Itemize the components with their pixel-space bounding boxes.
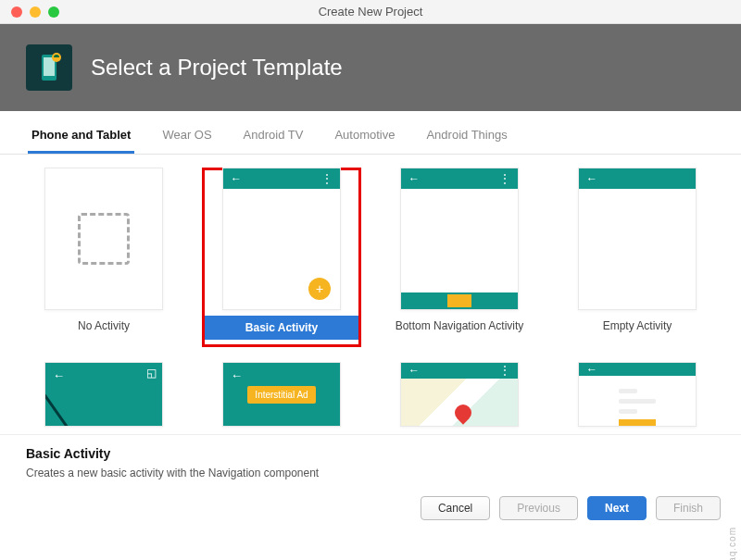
template-empty-activity[interactable]: ← Empty Activity	[558, 168, 717, 347]
overflow-menu-icon: ⋮	[321, 172, 333, 185]
template-description-panel: Basic Activity Creates a new basic activ…	[0, 434, 741, 483]
hero-banner: Select a Project Template	[0, 24, 741, 111]
thumb-appbar: ← ⋮	[223, 168, 340, 189]
template-login-activity[interactable]: ←	[558, 362, 717, 434]
tab-android-things[interactable]: Android Things	[422, 122, 510, 154]
back-arrow-icon: ←	[53, 368, 65, 382]
watermark-text: www.deuaq.com	[727, 527, 737, 560]
template-thumb: ← ⋮	[400, 362, 519, 427]
map-pin-icon	[451, 401, 474, 424]
back-arrow-icon: ←	[586, 172, 597, 185]
thumb-appbar: ← ⋮	[401, 168, 518, 189]
fab-icon: +	[308, 278, 331, 300]
back-arrow-icon: ←	[231, 172, 242, 185]
template-thumb: ← ⋮	[400, 168, 519, 310]
template-label: No Activity	[24, 319, 183, 332]
map-preview-icon	[401, 379, 518, 426]
template-admob-ads-activity[interactable]: ← Interstitial Ad	[202, 362, 361, 434]
template-thumb: ←	[578, 168, 697, 310]
previous-button[interactable]: Previous	[499, 496, 578, 520]
template-basic-activity[interactable]: ← ⋮ + Basic Activity	[202, 168, 361, 347]
template-bottom-navigation-activity[interactable]: ← ⋮ Bottom Navigation Activity	[380, 168, 539, 347]
tab-phone-and-tablet[interactable]: Phone and Tablet	[28, 122, 134, 154]
tab-automotive[interactable]: Automotive	[331, 122, 398, 154]
next-button[interactable]: Next	[587, 496, 647, 520]
android-studio-icon	[26, 44, 72, 91]
template-thumb: ← Interstitial Ad	[222, 362, 341, 427]
back-arrow-icon: ←	[586, 363, 597, 376]
thumb-appbar: ←	[579, 168, 696, 189]
back-arrow-icon: ←	[408, 364, 420, 377]
template-gallery: No Activity ← ⋮ + Basic Activity ← ⋮ Bot…	[0, 155, 741, 434]
back-arrow-icon: ←	[231, 368, 243, 382]
template-label: Basic Activity	[202, 316, 361, 340]
template-label: Bottom Navigation Activity	[380, 319, 539, 332]
finish-button[interactable]: Finish	[656, 496, 721, 520]
cancel-button[interactable]: Cancel	[421, 496, 490, 520]
template-no-activity[interactable]: No Activity	[24, 168, 183, 347]
template-thumb	[44, 168, 163, 310]
login-form-preview	[609, 376, 665, 427]
page-title: Select a Project Template	[91, 55, 343, 81]
template-thumb: ←	[578, 362, 697, 427]
tab-wear-os[interactable]: Wear OS	[158, 122, 215, 154]
diagonal-decoration	[44, 382, 122, 427]
thumb-appbar: ←	[579, 363, 696, 376]
fullscreen-icon: ◱	[146, 367, 157, 380]
bottom-nav-bar-icon	[401, 292, 518, 309]
interstitial-ad-badge: Interstitial Ad	[247, 386, 315, 404]
wizard-footer: Cancel Previous Next Finish	[0, 483, 741, 533]
template-google-maps-activity[interactable]: ← ⋮	[380, 362, 539, 434]
template-fullscreen-activity[interactable]: ← ◱	[24, 362, 183, 434]
window-titlebar: Create New Project	[0, 0, 741, 24]
description-text: Creates a new basic activity with the Na…	[26, 467, 715, 479]
template-thumb: ← ◱	[44, 362, 163, 427]
window-title: Create New Project	[0, 5, 741, 19]
template-thumb: ← ⋮ +	[222, 168, 341, 310]
back-arrow-icon: ←	[408, 172, 420, 185]
thumb-appbar: ← ⋮	[401, 363, 518, 379]
thumb-body	[401, 189, 518, 309]
template-label: Empty Activity	[558, 319, 717, 332]
empty-placeholder-icon	[78, 213, 130, 265]
description-title: Basic Activity	[26, 446, 715, 461]
category-tabs: Phone and Tablet Wear OS Android TV Auto…	[0, 111, 741, 155]
overflow-menu-icon: ⋮	[499, 364, 510, 377]
thumb-body: +	[223, 189, 340, 309]
thumb-body	[579, 189, 696, 309]
overflow-menu-icon: ⋮	[499, 172, 510, 185]
tab-android-tv[interactable]: Android TV	[240, 122, 308, 154]
